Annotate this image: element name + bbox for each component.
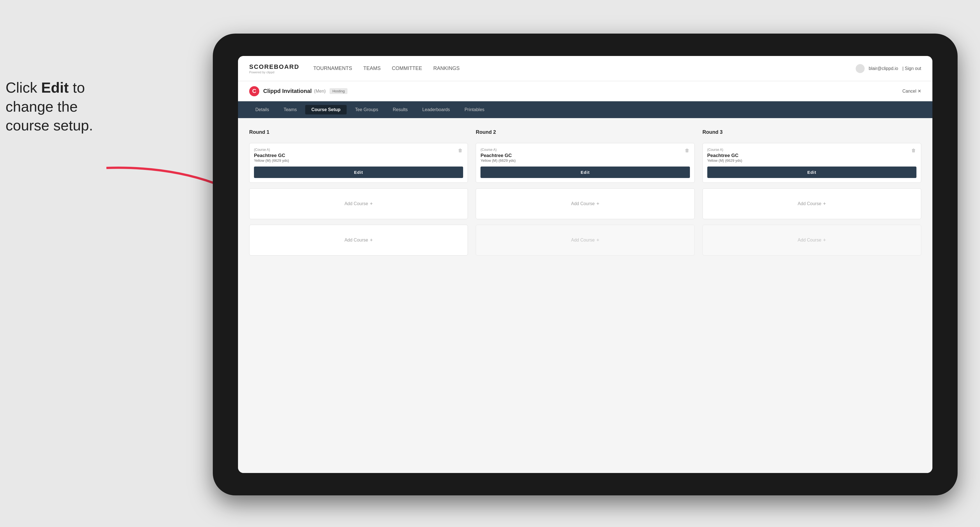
round-2-course-card: 🗑 (Course A) Peachtree GC Yellow (M) (66… (476, 143, 694, 183)
nav-committee[interactable]: COMMITTEE (392, 65, 422, 71)
tab-tee-groups[interactable]: Tee Groups (349, 105, 385, 114)
round-3-add-plus-1: + (823, 201, 826, 207)
tab-printables[interactable]: Printables (458, 105, 490, 114)
round-3-add-course-1[interactable]: Add Course + (703, 188, 921, 219)
tab-bar: Details Teams Course Setup Tee Groups Re… (238, 101, 932, 118)
tournament-name: Clippd Invitational (263, 88, 312, 94)
round-1-add-course-2[interactable]: Add Course + (249, 225, 468, 256)
sign-out[interactable]: | Sign out (902, 66, 921, 71)
logo-area: SCOREBOARD Powered by clippd (249, 63, 299, 74)
round-2-add-course-1[interactable]: Add Course + (476, 188, 694, 219)
round-1-title: Round 1 (249, 129, 468, 135)
user-email: blair@clippd.io (869, 66, 898, 71)
nav-right: blair@clippd.io | Sign out (856, 64, 921, 73)
logo-sub: Powered by clippd (249, 70, 299, 74)
round-3-add-course-label-1: Add Course (798, 201, 821, 206)
tablet-screen: SCOREBOARD Powered by clippd TOURNAMENTS… (238, 56, 932, 473)
round-2-add-plus-1: + (597, 201, 600, 207)
user-avatar (856, 64, 865, 73)
instruction-text: Click Edit tochange thecourse setup. (6, 78, 123, 135)
round-1-add-plus-2: + (370, 237, 373, 243)
round-1-course-name: Peachtree GC (254, 153, 463, 159)
tab-details[interactable]: Details (249, 105, 275, 114)
round-1-delete-icon[interactable]: 🗑 (457, 147, 464, 154)
top-nav: SCOREBOARD Powered by clippd TOURNAMENTS… (238, 56, 932, 81)
round-3-course-card: 🗑 (Course A) Peachtree GC Yellow (M) (66… (703, 143, 921, 183)
round-1-add-course-label-2: Add Course (344, 238, 368, 243)
logo-text: SCOREBOARD (249, 63, 299, 70)
tab-leaderboards[interactable]: Leaderboards (416, 105, 456, 114)
round-2-add-course-label-1: Add Course (571, 201, 595, 206)
round-1-course-card: 🗑 (Course A) Peachtree GC Yellow (M) (66… (249, 143, 468, 183)
round-3-add-course-2: Add Course + (703, 225, 921, 256)
tab-teams[interactable]: Teams (277, 105, 303, 114)
svg-text:C: C (252, 88, 256, 94)
round-2-title: Round 2 (476, 129, 694, 135)
tournament-logo-icon: C (249, 86, 259, 96)
tab-results[interactable]: Results (387, 105, 414, 114)
round-2-column: Round 2 🗑 (Course A) Peachtree GC Yellow… (476, 129, 694, 256)
round-2-add-course-2: Add Course + (476, 225, 694, 256)
round-1-add-course-1[interactable]: Add Course + (249, 188, 468, 219)
round-3-course-name: Peachtree GC (707, 153, 916, 159)
content-area: Round 1 🗑 (Course A) Peachtree GC Yellow… (238, 118, 932, 473)
round-2-course-name: Peachtree GC (480, 153, 690, 159)
cancel-button[interactable]: Cancel ✕ (902, 89, 921, 94)
sub-header: C Clippd Invitational (Men) Hosting Canc… (238, 81, 932, 101)
round-1-add-plus-1: + (370, 201, 373, 207)
round-2-add-course-label-2: Add Course (571, 238, 595, 243)
round-1-column: Round 1 🗑 (Course A) Peachtree GC Yellow… (249, 129, 468, 256)
rounds-container: Round 1 🗑 (Course A) Peachtree GC Yellow… (249, 129, 921, 256)
nav-tournaments[interactable]: TOURNAMENTS (313, 65, 352, 71)
instruction-highlight: Edit (41, 79, 68, 96)
round-3-edit-button[interactable]: Edit (707, 167, 916, 178)
nav-rankings[interactable]: RANKINGS (433, 65, 460, 71)
round-3-add-course-label-2: Add Course (798, 238, 821, 243)
round-2-edit-button[interactable]: Edit (480, 167, 690, 178)
round-3-title: Round 3 (703, 129, 921, 135)
round-2-add-plus-2: + (597, 237, 600, 243)
round-3-course-details: Yellow (M) (6629 yds) (707, 159, 916, 163)
round-3-column: Round 3 🗑 (Course A) Peachtree GC Yellow… (703, 129, 921, 256)
hosting-badge: Hosting (329, 88, 347, 94)
round-1-course-label: (Course A) (254, 148, 463, 152)
nav-links: TOURNAMENTS TEAMS COMMITTEE RANKINGS (313, 65, 856, 71)
round-2-course-details: Yellow (M) (6629 yds) (480, 159, 690, 163)
round-2-delete-icon[interactable]: 🗑 (684, 147, 690, 154)
round-3-course-label: (Course A) (707, 148, 916, 152)
tab-course-setup[interactable]: Course Setup (305, 105, 347, 114)
nav-teams[interactable]: TEAMS (363, 65, 381, 71)
instruction-prefix: Click (6, 79, 41, 96)
round-3-delete-icon[interactable]: 🗑 (910, 147, 917, 154)
round-1-course-details: Yellow (M) (6629 yds) (254, 159, 463, 163)
round-1-add-course-label-1: Add Course (344, 201, 368, 206)
round-1-edit-button[interactable]: Edit (254, 167, 463, 178)
round-3-add-plus-2: + (823, 237, 826, 243)
round-2-course-label: (Course A) (480, 148, 690, 152)
tournament-gender: (Men) (314, 89, 326, 94)
tablet-frame: SCOREBOARD Powered by clippd TOURNAMENTS… (213, 33, 958, 495)
